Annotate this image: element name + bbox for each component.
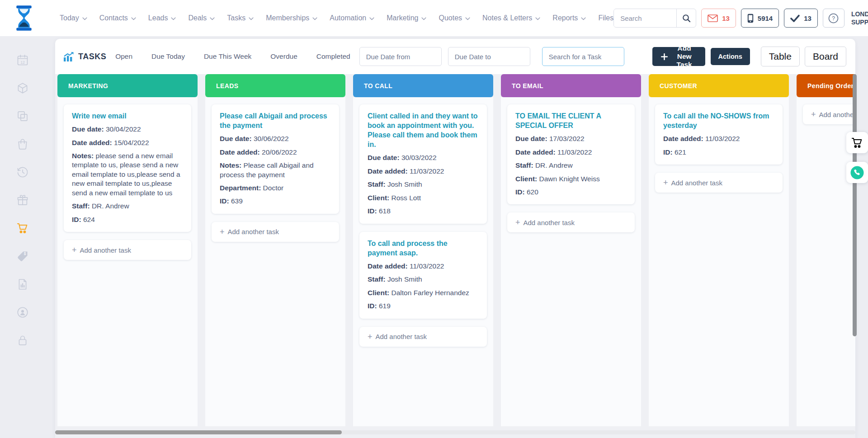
add-another-task-button[interactable]: +Add another task <box>212 222 339 242</box>
add-another-task-label: Add another task <box>228 228 279 235</box>
task-field: Department: Doctor <box>220 184 331 193</box>
floating-whatsapp-button[interactable] <box>846 162 868 183</box>
task-card[interactable]: Client called in and they want to book a… <box>359 104 487 224</box>
horizontal-scrollbar-thumb[interactable] <box>55 430 342 434</box>
add-another-task-button[interactable]: +Add another task <box>507 212 635 232</box>
task-field-label: ID: <box>663 148 673 156</box>
history-icon[interactable] <box>16 166 29 179</box>
floating-cart-button[interactable] <box>846 132 868 153</box>
app-logo[interactable] <box>14 5 34 31</box>
column-header: TO EMAIL <box>501 74 641 97</box>
task-card[interactable]: Please call Abigail and process the paym… <box>212 104 339 214</box>
nav-item-label: Leads <box>148 14 168 22</box>
nav-item-memberships[interactable]: Memberships <box>266 14 317 22</box>
task-card-title[interactable]: To call all the NO-SHOWS from yesterday <box>663 111 774 130</box>
task-field: Staff: DR. Andrew <box>515 161 627 170</box>
add-another-task-label: Add another task <box>524 219 575 226</box>
filter-bar: OpenDue TodayDue This WeekOverdueComplet… <box>115 52 350 61</box>
column-body: TO EMAIL THE CLIENT A SPECIAL OFFERDue d… <box>501 97 641 426</box>
task-card[interactable]: Write new emailDue date: 30/04/2022Date … <box>64 104 191 232</box>
nav-item-contacts[interactable]: Contacts <box>99 14 136 22</box>
filter-completed[interactable]: Completed <box>316 52 350 61</box>
task-card-title[interactable]: TO EMAIL THE CLIENT A SPECIAL OFFER <box>515 111 627 130</box>
task-card-title[interactable]: Write new email <box>72 111 183 121</box>
task-card-title[interactable]: To call and process the payment asap. <box>368 239 479 258</box>
price-tag-icon[interactable]: $ <box>16 250 29 263</box>
search-input[interactable] <box>614 9 676 27</box>
task-field: Staff: Josh Smith <box>368 180 479 189</box>
task-field-label: ID: <box>220 197 229 205</box>
column-header: CUSTOMER <box>649 74 789 97</box>
task-field: Client: Dawn Knight Weiss <box>515 174 627 184</box>
account-icon[interactable] <box>16 306 29 319</box>
task-field: Due date: 30/06/2022 <box>220 134 331 143</box>
nav-item-quotes[interactable]: Quotes <box>439 14 470 22</box>
package-icon[interactable] <box>16 82 29 94</box>
task-card[interactable]: To call all the NO-SHOWS from yesterdayD… <box>655 104 783 165</box>
task-field-value: 618 <box>379 207 391 215</box>
nav-item-label: Quotes <box>439 14 462 22</box>
task-field-value: 30/03/2022 <box>401 154 437 161</box>
calls-badge[interactable]: 5914 <box>741 9 779 28</box>
task-field-value: 11/03/2022 <box>557 148 592 156</box>
task-field-value: Josh Smith <box>387 180 422 188</box>
task-field-label: Staff: <box>368 180 386 188</box>
board-view-button[interactable]: Board <box>805 47 846 66</box>
nav-item-deals[interactable]: Deals <box>188 14 215 22</box>
task-field-label: Department: <box>220 184 261 192</box>
nav-item-automation[interactable]: Automation <box>330 14 374 22</box>
actions-button[interactable]: Actions <box>711 48 750 65</box>
nav-item-leads[interactable]: Leads <box>148 14 176 22</box>
gift-icon[interactable] <box>16 194 29 207</box>
column-header: MARKETING <box>57 74 198 97</box>
cart-icon[interactable] <box>16 222 29 235</box>
due-date-from-input[interactable] <box>359 47 442 66</box>
search-icon[interactable] <box>676 9 696 27</box>
nav-item-today[interactable]: Today <box>60 14 87 22</box>
task-field-label: Client: <box>368 289 389 297</box>
nav-item-files[interactable]: Files <box>598 14 613 22</box>
nav-item-tasks[interactable]: Tasks <box>227 14 254 22</box>
task-search-input[interactable] <box>542 47 624 66</box>
plus-icon <box>661 53 668 60</box>
add-another-task-button[interactable]: +Add another task <box>64 240 191 260</box>
question-icon: ? <box>828 13 839 24</box>
report-icon[interactable] <box>16 278 29 291</box>
lock-icon[interactable] <box>16 334 29 347</box>
tasks-count-badge[interactable]: 13 <box>784 9 818 28</box>
help-button[interactable]: ? <box>823 9 844 28</box>
task-card[interactable]: To call and process the payment asap.Dat… <box>359 232 487 319</box>
column-body: Write new emailDue date: 30/04/2022Date … <box>57 97 198 426</box>
nav-item-marketing[interactable]: Marketing <box>387 14 426 22</box>
task-field-value: 15/04/2022 <box>114 139 149 146</box>
task-field-label: Date added: <box>368 262 408 270</box>
nav-item-reports[interactable]: Reports <box>552 14 586 22</box>
filter-open[interactable]: Open <box>115 52 132 61</box>
vertical-scrollbar[interactable] <box>853 74 857 336</box>
shopping-bag-icon[interactable] <box>16 138 29 151</box>
filter-overdue[interactable]: Overdue <box>270 52 297 61</box>
table-view-button[interactable]: Table <box>761 47 800 66</box>
copy-icon[interactable] <box>16 110 29 122</box>
task-field-label: Due date: <box>515 135 547 142</box>
account-name-line1: LONDON <box>851 10 868 18</box>
add-new-task-button[interactable]: Add New Task <box>652 47 705 66</box>
nav-item-notes-letters[interactable]: Notes & Letters <box>482 14 540 22</box>
task-card-title[interactable]: Please call Abigail and process the paym… <box>220 111 331 130</box>
task-field-value: Ross Lott <box>392 194 421 202</box>
horizontal-scrollbar[interactable] <box>55 430 855 434</box>
filter-due-this-week[interactable]: Due This Week <box>204 52 251 61</box>
messages-badge[interactable]: 13 <box>701 9 736 28</box>
task-card-title[interactable]: Client called in and they want to book a… <box>368 111 479 149</box>
column-to-call: TO CALLClient called in and they want to… <box>353 74 493 426</box>
add-another-task-button[interactable]: +Add another task <box>359 327 487 347</box>
calendar-icon[interactable]: 12 <box>16 54 29 66</box>
task-field: Date added: 15/04/2022 <box>72 138 183 147</box>
due-date-to-input[interactable] <box>448 47 530 66</box>
task-field-value: 620 <box>527 188 538 196</box>
task-card[interactable]: TO EMAIL THE CLIENT A SPECIAL OFFERDue d… <box>507 104 635 204</box>
add-another-task-button[interactable]: +Add another task <box>803 104 855 124</box>
global-search <box>613 9 696 28</box>
filter-due-today[interactable]: Due Today <box>151 52 185 61</box>
add-another-task-button[interactable]: +Add another task <box>655 173 783 193</box>
